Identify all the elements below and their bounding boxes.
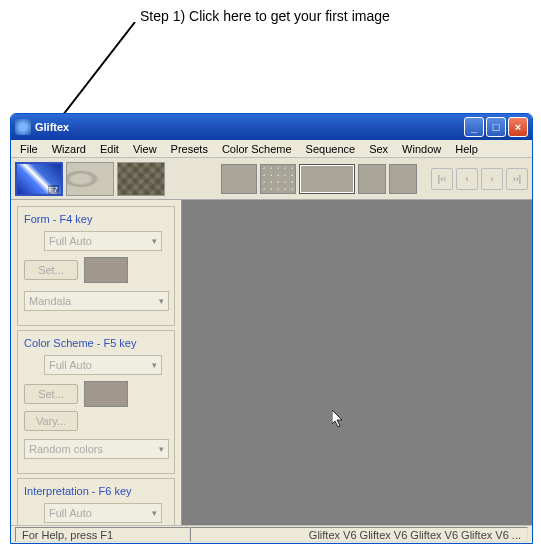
form-type-value: Mandala bbox=[29, 295, 71, 307]
color-type-value: Random colors bbox=[29, 443, 103, 455]
texture-button-2[interactable] bbox=[117, 162, 165, 196]
wizard-button[interactable]: F7 bbox=[15, 162, 63, 196]
nav-next-button[interactable]: › bbox=[481, 168, 503, 190]
instruction-text: Step 1) Click here to get your first ima… bbox=[140, 8, 390, 24]
nav-first-button[interactable]: |‹‹ bbox=[431, 168, 453, 190]
form-panel-title: Form - F4 key bbox=[24, 213, 168, 225]
close-button[interactable]: × bbox=[508, 117, 528, 137]
chevron-down-icon: ▾ bbox=[152, 360, 157, 370]
color-vary-button[interactable]: Vary... bbox=[24, 411, 78, 431]
nav-last-button[interactable]: ››| bbox=[506, 168, 528, 190]
color-preview-swatch bbox=[84, 381, 128, 407]
swatch-3-selected[interactable] bbox=[299, 164, 355, 194]
minimize-button[interactable]: _ bbox=[464, 117, 484, 137]
menu-colorscheme[interactable]: Color Scheme bbox=[215, 142, 299, 156]
texture-button-1[interactable] bbox=[66, 162, 114, 196]
swatch-4[interactable] bbox=[358, 164, 386, 194]
sidebar: Form - F4 key Full Auto ▾ Set... Mandala… bbox=[11, 200, 181, 525]
chevron-down-icon: ▾ bbox=[152, 236, 157, 246]
nav-prev-button[interactable]: ‹ bbox=[456, 168, 478, 190]
interp-mode-dropdown[interactable]: Full Auto ▾ bbox=[44, 503, 162, 523]
cursor-icon bbox=[332, 410, 346, 432]
menu-sequence[interactable]: Sequence bbox=[299, 142, 363, 156]
chevron-down-icon: ▾ bbox=[159, 296, 164, 306]
swatch-2[interactable] bbox=[260, 164, 296, 194]
status-version: Gliftex V6 Gliftex V6 Gliftex V6 Gliftex… bbox=[190, 527, 528, 542]
color-panel-title: Color Scheme - F5 key bbox=[24, 337, 168, 349]
canvas-area[interactable] bbox=[181, 200, 532, 525]
toolbar: F7 |‹‹ ‹ › ››| bbox=[11, 158, 532, 200]
chevron-down-icon: ▾ bbox=[152, 508, 157, 518]
menu-wizard[interactable]: Wizard bbox=[45, 142, 93, 156]
color-panel: Color Scheme - F5 key Full Auto ▾ Set...… bbox=[17, 330, 175, 474]
titlebar: Gliftex _ □ × bbox=[11, 114, 532, 140]
menu-sex[interactable]: Sex bbox=[362, 142, 395, 156]
menu-presets[interactable]: Presets bbox=[164, 142, 215, 156]
app-icon bbox=[15, 119, 31, 135]
menu-window[interactable]: Window bbox=[395, 142, 448, 156]
app-window: Gliftex _ □ × File Wizard Edit View Pres… bbox=[10, 113, 533, 544]
swatch-1[interactable] bbox=[221, 164, 257, 194]
menu-view[interactable]: View bbox=[126, 142, 164, 156]
color-mode-value: Full Auto bbox=[49, 359, 92, 371]
interp-panel-title: Interpretation - F6 key bbox=[24, 485, 168, 497]
interp-mode-value: Full Auto bbox=[49, 507, 92, 519]
form-preview-swatch bbox=[84, 257, 128, 283]
swatch-5[interactable] bbox=[389, 164, 417, 194]
maximize-button[interactable]: □ bbox=[486, 117, 506, 137]
menu-edit[interactable]: Edit bbox=[93, 142, 126, 156]
form-type-dropdown[interactable]: Mandala ▾ bbox=[24, 291, 169, 311]
window-title: Gliftex bbox=[35, 121, 462, 133]
form-panel: Form - F4 key Full Auto ▾ Set... Mandala… bbox=[17, 206, 175, 326]
color-set-button[interactable]: Set... bbox=[24, 384, 78, 404]
interp-panel: Interpretation - F6 key Full Auto ▾ Set.… bbox=[17, 478, 175, 525]
form-set-button[interactable]: Set... bbox=[24, 260, 78, 280]
color-type-dropdown[interactable]: Random colors ▾ bbox=[24, 439, 169, 459]
chevron-down-icon: ▾ bbox=[159, 444, 164, 454]
statusbar: For Help, press F1 Gliftex V6 Gliftex V6… bbox=[11, 525, 532, 543]
status-help: For Help, press F1 bbox=[15, 527, 190, 542]
form-mode-value: Full Auto bbox=[49, 235, 92, 247]
menubar: File Wizard Edit View Presets Color Sche… bbox=[11, 140, 532, 158]
wizard-key-label: F7 bbox=[48, 185, 59, 194]
menu-help[interactable]: Help bbox=[448, 142, 485, 156]
body-area: Form - F4 key Full Auto ▾ Set... Mandala… bbox=[11, 200, 532, 525]
menu-file[interactable]: File bbox=[13, 142, 45, 156]
form-mode-dropdown[interactable]: Full Auto ▾ bbox=[44, 231, 162, 251]
color-mode-dropdown[interactable]: Full Auto ▾ bbox=[44, 355, 162, 375]
